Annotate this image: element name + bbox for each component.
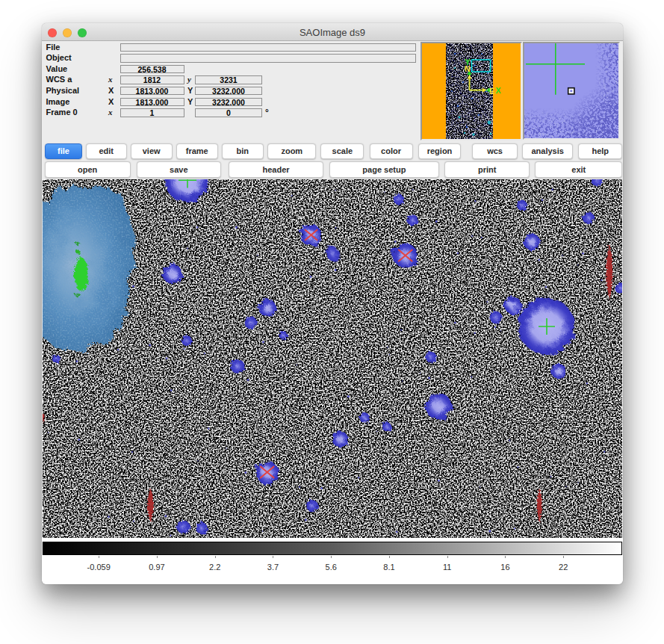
svg-text:E: E	[489, 87, 494, 96]
svg-text:X: X	[496, 86, 501, 95]
svg-text:Y: Y	[465, 58, 471, 66]
